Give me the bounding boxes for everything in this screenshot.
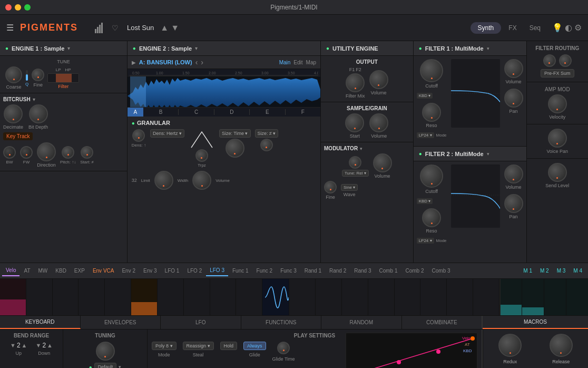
velo-tab[interactable]: Velo <box>2 265 19 276</box>
mod-volume-knob[interactable] <box>373 153 392 172</box>
filter1-power-icon[interactable]: ● <box>419 45 422 51</box>
pre-fx-sum-dropdown[interactable]: Pre-FX Sum <box>541 69 574 78</box>
bitcrush-dropdown-icon[interactable]: ▾ <box>33 96 35 102</box>
routing-knob-2[interactable] <box>559 54 572 67</box>
f1-lp24-dropdown[interactable]: LP24 ▾ <box>417 132 434 138</box>
engine2-dropdown-icon[interactable]: ▾ <box>195 45 198 51</box>
bulb-icon[interactable]: 💡 <box>552 23 563 33</box>
comb2-tab[interactable]: Comb 2 <box>402 266 428 276</box>
voice-pan-knob[interactable] <box>548 129 567 148</box>
macros-tab[interactable]: MACROS <box>483 316 588 329</box>
send-level-knob[interactable] <box>548 163 567 182</box>
synth-mode-button[interactable]: Synth <box>471 22 502 34</box>
tuning-dropdown-icon[interactable]: ▾ <box>119 364 121 368</box>
coarse-knob[interactable] <box>5 66 22 83</box>
mw-tab[interactable]: MW <box>35 266 52 276</box>
m2-tab[interactable]: M 2 <box>536 266 553 276</box>
f1-cutoff-knob[interactable] <box>420 59 443 82</box>
close-button[interactable] <box>5 4 12 11</box>
combinate-tab[interactable]: COMBINATE <box>402 316 483 329</box>
marker-e[interactable]: E <box>250 109 285 115</box>
lfo3-tab[interactable]: LFO 3 <box>206 265 228 276</box>
maximize-button[interactable] <box>24 4 31 11</box>
amp-mod-knob[interactable] <box>548 94 567 113</box>
lfo1-tab[interactable]: LFO 1 <box>161 266 183 276</box>
engine1-dropdown-icon[interactable]: ▾ <box>67 45 70 51</box>
env2-tab[interactable]: Env 2 <box>118 266 139 276</box>
sample-prev-icon[interactable]: ‹ <box>195 58 198 66</box>
f1-volume-knob[interactable] <box>504 59 523 78</box>
keyboard-tab[interactable]: KEYBOARD <box>0 316 81 329</box>
tune-rel-knob[interactable] <box>349 156 361 169</box>
rand3-tab[interactable]: Rand 3 <box>350 266 375 276</box>
sine-dropdown[interactable]: Sine ▾ <box>341 184 358 191</box>
tuning-power-icon[interactable]: ● <box>89 364 92 369</box>
filter2-power-icon[interactable]: ● <box>419 151 422 157</box>
engine1-power-icon[interactable]: ● <box>5 45 8 51</box>
glide-always-button[interactable]: Always <box>243 342 266 350</box>
size-time-knob[interactable] <box>226 139 244 158</box>
decimate-knob[interactable] <box>4 104 23 123</box>
size2-dropdown[interactable]: Size: ≠ ▾ <box>255 129 279 138</box>
rand1-tab[interactable]: Rand 1 <box>301 266 325 276</box>
trpz-knob[interactable] <box>195 149 208 162</box>
exp-tab[interactable]: EXP <box>71 266 89 276</box>
f2-pan-knob[interactable] <box>504 194 523 213</box>
f1-kbd-dropdown[interactable]: KBD ▾ <box>417 93 433 99</box>
direction-knob[interactable] <box>37 142 56 161</box>
dens-hertz-dropdown[interactable]: Dens: Hertz ▾ <box>150 129 184 138</box>
bend-down-minus[interactable]: ▼ <box>36 342 42 348</box>
f2-reso-knob[interactable] <box>422 208 441 227</box>
width-knob[interactable] <box>154 171 173 190</box>
comb3-tab[interactable]: Comb 3 <box>428 266 454 276</box>
reassign-dropdown[interactable]: Reassign ▾ <box>183 342 214 350</box>
default-tuning-dropdown[interactable]: Default <box>94 363 117 368</box>
redux-knob[interactable] <box>498 334 522 357</box>
theme-icon[interactable]: ◐ <box>565 23 572 33</box>
comb1-tab[interactable]: Comb 1 <box>375 266 401 276</box>
f2-lp24-dropdown[interactable]: LP24 ▾ <box>417 238 434 244</box>
at-tab[interactable]: AT <box>20 266 34 276</box>
sg-start-knob[interactable] <box>345 113 364 132</box>
menu-icon[interactable]: ☰ <box>6 23 14 33</box>
minimize-button[interactable] <box>15 4 21 11</box>
marker-d[interactable]: D <box>214 109 250 115</box>
random-tab[interactable]: RANDOM <box>321 316 402 329</box>
env3-tab[interactable]: Env 3 <box>140 266 161 276</box>
f1-reso-knob[interactable] <box>422 103 441 122</box>
master-tune-knob[interactable] <box>96 342 115 361</box>
kbd-tab[interactable]: KBD <box>52 266 70 276</box>
bit-depth-knob[interactable] <box>29 104 48 123</box>
release-knob[interactable] <box>550 334 573 357</box>
f2-cutoff-knob[interactable] <box>420 164 443 188</box>
func1-tab[interactable]: Func 1 <box>229 266 252 276</box>
key-track-button[interactable]: Key Track <box>3 132 33 140</box>
lfo2-tab[interactable]: LFO 2 <box>183 266 205 276</box>
hold-button[interactable]: Hold <box>220 342 238 350</box>
granular-volume-knob[interactable] <box>192 171 211 190</box>
modulator-dropdown-icon[interactable]: ▾ <box>360 146 362 151</box>
nav-up-icon[interactable]: ▲ <box>160 23 169 33</box>
bend-up-plus[interactable]: ▲ <box>22 342 27 348</box>
edit-tab[interactable]: Edit <box>293 60 302 65</box>
nav-down-icon[interactable]: ▼ <box>171 23 179 33</box>
m3-tab[interactable]: M 3 <box>553 266 570 276</box>
m1-tab[interactable]: M 1 <box>520 266 536 276</box>
functions-tab[interactable]: FUNCTIONS <box>241 316 322 329</box>
bend-up-minus[interactable]: ▼ <box>10 342 16 348</box>
filter1-dropdown-icon[interactable]: ▾ <box>487 46 489 51</box>
func2-tab[interactable]: Func 2 <box>253 266 277 276</box>
size2-knob[interactable] <box>260 139 273 151</box>
env-vca-tab[interactable]: Env VCA <box>89 266 118 276</box>
marker-f[interactable]: F <box>286 109 320 115</box>
poly-dropdown[interactable]: Poly 8 ▾ <box>152 342 177 350</box>
sample-next-icon[interactable]: › <box>201 58 203 66</box>
sg-volume-knob[interactable] <box>369 113 388 132</box>
engine2-power-icon[interactable]: ● <box>133 45 136 51</box>
envelopes-tab[interactable]: ENVELOPES <box>81 316 161 329</box>
f2-volume-knob[interactable] <box>504 164 523 183</box>
pitch-knob[interactable] <box>62 146 74 159</box>
lfo-tab[interactable]: LFO <box>161 316 241 329</box>
marker-c[interactable]: C <box>179 109 214 115</box>
rand2-tab[interactable]: Rand 2 <box>326 266 350 276</box>
